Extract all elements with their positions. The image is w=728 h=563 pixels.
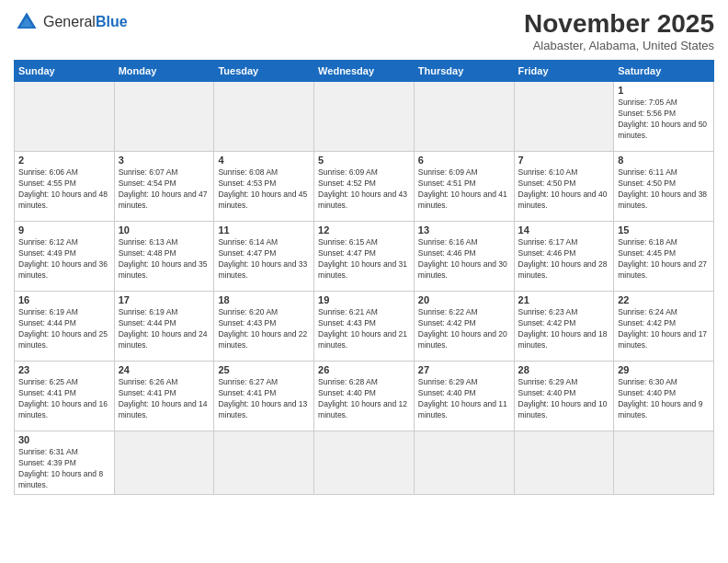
calendar-cell: 8Sunrise: 6:11 AMSunset: 4:50 PMDaylight… (614, 152, 714, 222)
calendar-cell: 4Sunrise: 6:08 AMSunset: 4:53 PMDaylight… (214, 152, 314, 222)
calendar-cell (114, 431, 214, 495)
day-info: Sunrise: 6:09 AMSunset: 4:51 PMDaylight:… (418, 167, 510, 212)
calendar-cell (514, 431, 614, 495)
calendar-cell (314, 431, 415, 495)
day-info: Sunrise: 6:20 AMSunset: 4:43 PMDaylight:… (218, 307, 310, 351)
day-number: 8 (618, 155, 710, 166)
day-info: Sunrise: 7:05 AMSunset: 5:56 PMDaylight:… (618, 98, 710, 142)
day-number: 30 (18, 434, 110, 445)
calendar-cell: 30Sunrise: 6:31 AMSunset: 4:39 PMDayligh… (15, 431, 115, 495)
day-number: 20 (418, 294, 510, 305)
day-number: 24 (119, 364, 210, 375)
day-info: Sunrise: 6:27 AMSunset: 4:41 PMDaylight:… (218, 377, 310, 421)
calendar-cell: 14Sunrise: 6:17 AMSunset: 4:46 PMDayligh… (514, 222, 614, 292)
day-number: 18 (218, 294, 310, 305)
day-number: 25 (218, 364, 310, 375)
day-number: 7 (518, 155, 610, 166)
day-info: Sunrise: 6:29 AMSunset: 4:40 PMDaylight:… (518, 377, 610, 421)
calendar-cell: 9Sunrise: 6:12 AMSunset: 4:49 PMDaylight… (15, 222, 115, 292)
day-number: 26 (318, 364, 410, 375)
day-info: Sunrise: 6:08 AMSunset: 4:53 PMDaylight:… (218, 167, 310, 212)
day-info: Sunrise: 6:10 AMSunset: 4:50 PMDaylight:… (518, 167, 610, 212)
day-number: 6 (418, 155, 510, 166)
day-number: 11 (218, 224, 310, 236)
calendar-cell: 23Sunrise: 6:25 AMSunset: 4:41 PMDayligh… (15, 362, 115, 431)
day-info: Sunrise: 6:06 AMSunset: 4:55 PMDaylight:… (18, 167, 110, 212)
col-sunday: Sunday (15, 61, 115, 82)
day-info: Sunrise: 6:30 AMSunset: 4:40 PMDaylight:… (618, 377, 710, 421)
calendar-cell (114, 82, 214, 152)
day-number: 16 (18, 294, 110, 305)
day-number: 2 (18, 155, 110, 166)
calendar-cell: 15Sunrise: 6:18 AMSunset: 4:45 PMDayligh… (614, 222, 714, 292)
day-info: Sunrise: 6:11 AMSunset: 4:50 PMDaylight:… (618, 167, 710, 212)
calendar-week-row: 30Sunrise: 6:31 AMSunset: 4:39 PMDayligh… (15, 431, 714, 495)
day-info: Sunrise: 6:14 AMSunset: 4:47 PMDaylight:… (218, 237, 310, 282)
calendar-week-row: 16Sunrise: 6:19 AMSunset: 4:44 PMDayligh… (15, 292, 714, 362)
day-number: 14 (518, 224, 610, 236)
calendar-cell (214, 82, 314, 152)
day-number: 28 (518, 364, 610, 375)
day-info: Sunrise: 6:22 AMSunset: 4:42 PMDaylight:… (418, 307, 510, 351)
col-friday: Friday (514, 61, 614, 82)
calendar-cell (414, 431, 514, 495)
calendar-cell (15, 82, 115, 152)
calendar-cell: 21Sunrise: 6:23 AMSunset: 4:42 PMDayligh… (514, 292, 614, 362)
calendar-table: Sunday Monday Tuesday Wednesday Thursday… (14, 60, 714, 495)
day-info: Sunrise: 6:07 AMSunset: 4:54 PMDaylight:… (119, 167, 210, 212)
calendar-page: GeneralBlue November 2025 Alabaster, Ala… (0, 0, 728, 563)
col-monday: Monday (114, 61, 214, 82)
day-number: 27 (418, 364, 510, 375)
location: Alabaster, Alabama, United States (524, 39, 714, 52)
col-saturday: Saturday (614, 61, 714, 82)
day-info: Sunrise: 6:31 AMSunset: 4:39 PMDaylight:… (18, 447, 110, 491)
calendar-cell: 17Sunrise: 6:19 AMSunset: 4:44 PMDayligh… (114, 292, 214, 362)
calendar-cell (314, 82, 415, 152)
logo: GeneralBlue (14, 9, 128, 35)
calendar-cell: 27Sunrise: 6:29 AMSunset: 4:40 PMDayligh… (414, 362, 514, 431)
day-number: 12 (318, 224, 410, 236)
calendar-week-row: 23Sunrise: 6:25 AMSunset: 4:41 PMDayligh… (15, 362, 714, 431)
day-number: 19 (318, 294, 410, 305)
col-wednesday: Wednesday (314, 61, 415, 82)
calendar-cell: 16Sunrise: 6:19 AMSunset: 4:44 PMDayligh… (15, 292, 115, 362)
calendar-week-row: 9Sunrise: 6:12 AMSunset: 4:49 PMDaylight… (15, 222, 714, 292)
calendar-cell: 12Sunrise: 6:15 AMSunset: 4:47 PMDayligh… (314, 222, 415, 292)
day-info: Sunrise: 6:19 AMSunset: 4:44 PMDaylight:… (18, 307, 110, 351)
day-number: 13 (418, 224, 510, 236)
calendar-cell: 26Sunrise: 6:28 AMSunset: 4:40 PMDayligh… (314, 362, 415, 431)
calendar-week-row: 2Sunrise: 6:06 AMSunset: 4:55 PMDaylight… (15, 152, 714, 222)
day-info: Sunrise: 6:29 AMSunset: 4:40 PMDaylight:… (418, 377, 510, 421)
calendar-week-row: 1Sunrise: 7:05 AMSunset: 5:56 PMDaylight… (15, 82, 714, 152)
calendar-cell: 24Sunrise: 6:26 AMSunset: 4:41 PMDayligh… (114, 362, 214, 431)
month-title: November 2025 (524, 9, 714, 39)
day-number: 23 (18, 364, 110, 375)
day-info: Sunrise: 6:09 AMSunset: 4:52 PMDaylight:… (318, 167, 410, 212)
day-number: 5 (318, 155, 410, 166)
day-info: Sunrise: 6:24 AMSunset: 4:42 PMDaylight:… (618, 307, 710, 351)
calendar-cell: 2Sunrise: 6:06 AMSunset: 4:55 PMDaylight… (15, 152, 115, 222)
day-info: Sunrise: 6:21 AMSunset: 4:43 PMDaylight:… (318, 307, 410, 351)
calendar-header-row: Sunday Monday Tuesday Wednesday Thursday… (15, 61, 714, 82)
day-info: Sunrise: 6:28 AMSunset: 4:40 PMDaylight:… (318, 377, 410, 421)
calendar-cell: 11Sunrise: 6:14 AMSunset: 4:47 PMDayligh… (214, 222, 314, 292)
day-info: Sunrise: 6:12 AMSunset: 4:49 PMDaylight:… (18, 237, 110, 282)
calendar-cell: 3Sunrise: 6:07 AMSunset: 4:54 PMDaylight… (114, 152, 214, 222)
calendar-cell: 6Sunrise: 6:09 AMSunset: 4:51 PMDaylight… (414, 152, 514, 222)
calendar-cell (414, 82, 514, 152)
logo-icon (14, 9, 40, 35)
day-info: Sunrise: 6:25 AMSunset: 4:41 PMDaylight:… (18, 377, 110, 421)
calendar-cell: 28Sunrise: 6:29 AMSunset: 4:40 PMDayligh… (514, 362, 614, 431)
col-thursday: Thursday (414, 61, 514, 82)
calendar-cell (614, 431, 714, 495)
calendar-cell: 18Sunrise: 6:20 AMSunset: 4:43 PMDayligh… (214, 292, 314, 362)
day-number: 15 (618, 224, 710, 236)
calendar-cell (214, 431, 314, 495)
header: GeneralBlue November 2025 Alabaster, Ala… (14, 9, 714, 52)
day-number: 21 (518, 294, 610, 305)
calendar-cell: 5Sunrise: 6:09 AMSunset: 4:52 PMDaylight… (314, 152, 415, 222)
day-info: Sunrise: 6:17 AMSunset: 4:46 PMDaylight:… (518, 237, 610, 282)
col-tuesday: Tuesday (214, 61, 314, 82)
day-number: 4 (218, 155, 310, 166)
calendar-cell: 20Sunrise: 6:22 AMSunset: 4:42 PMDayligh… (414, 292, 514, 362)
